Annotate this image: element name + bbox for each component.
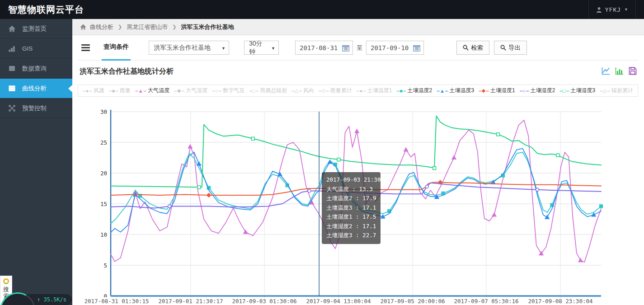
legend-marker-icon: □ <box>252 88 255 94</box>
legend-item-土壤湿度1[interactable]: –◆–土壤湿度1 <box>479 87 515 94</box>
sidebar-item-alert-control[interactable]: 预警控制 <box>0 99 72 118</box>
legend-label: 雨量 <box>120 87 131 94</box>
legend-label: 土壤湿度2 <box>531 87 555 94</box>
legend-line: – <box>144 88 146 94</box>
sidebar-item-curve-analysis[interactable]: 曲线分析 <box>0 79 72 99</box>
legend-item-简易总辐射[interactable]: –□–简易总辐射 <box>249 87 287 94</box>
legend-item-土壤温度3[interactable]: –▲–土壤温度3 <box>437 87 474 94</box>
legend-item-辐射累计[interactable]: –△–辐射累计 <box>600 87 633 94</box>
menu-toggle-icon[interactable] <box>81 43 90 52</box>
legend-item-雨量[interactable]: –■–雨量 <box>109 87 131 94</box>
user-menu[interactable]: YFKJ ▼ <box>588 0 636 19</box>
legend-label: 风向 <box>303 87 314 94</box>
calendar-icon <box>413 45 420 52</box>
legend-line: – <box>559 88 562 94</box>
chart-legend: –●–风速–■–雨量–▲–大气温度–◆–大气湿度–○–数字气压–□–简易总辐射–… <box>78 84 638 97</box>
date-from-input[interactable]: 2017-08-31 <box>295 41 353 55</box>
legend-label: 辐射累计 <box>611 87 633 94</box>
sidebar-item-monitor-home[interactable]: 监测首页 <box>0 19 72 39</box>
legend-line: – <box>357 88 359 94</box>
legend-line: – <box>218 88 221 94</box>
chart-actions <box>602 67 637 77</box>
inbox-icon <box>9 65 15 72</box>
legend-line: – <box>566 88 569 94</box>
legend-item-风速[interactable]: –●–风速 <box>83 87 104 94</box>
search-icon <box>463 45 469 51</box>
series-大气温度 <box>111 120 601 262</box>
legend-item-土壤湿度3[interactable]: –□–土壤湿度3 <box>559 87 595 94</box>
legend-marker-icon: ▲ <box>440 88 445 94</box>
series-土壤湿度1 <box>111 182 601 195</box>
legend-marker-icon: ○ <box>522 88 526 94</box>
legend-line: – <box>83 88 85 94</box>
series-土壤温度2 <box>111 152 601 224</box>
legend-marker-icon: △ <box>295 88 298 94</box>
legend-line: – <box>326 88 329 94</box>
legend-item-土壤湿度2[interactable]: –○–土壤湿度2 <box>520 87 555 94</box>
sidebar-item-label: 监测首页 <box>22 25 47 33</box>
calendar-icon <box>342 45 349 52</box>
chevron-down-icon: ▼ <box>624 7 628 12</box>
legend-line: – <box>249 88 252 94</box>
svg-text:25: 25 <box>100 139 107 146</box>
legend-label: 土壤湿度1 <box>490 87 515 94</box>
legend-line: – <box>109 88 112 94</box>
legend-label: 土壤温度1 <box>367 87 392 94</box>
legend-line: – <box>181 88 184 94</box>
save-icon[interactable] <box>629 67 637 77</box>
sidebar-item-gis[interactable]: GIS <box>0 39 72 59</box>
legend-label: 风速 <box>94 87 104 94</box>
home-icon <box>80 24 86 30</box>
chevron-right-icon: ❯ <box>118 24 122 30</box>
x-axis-label: 2017-09-08 23:30:04 <box>528 298 593 305</box>
legend-item-数字气压[interactable]: –○–数字气压 <box>212 87 244 94</box>
legend-item-大气温度[interactable]: –▲–大气温度 <box>135 87 169 94</box>
legend-line: – <box>437 88 439 94</box>
legend-line: – <box>526 88 529 94</box>
legend-line: – <box>174 88 177 94</box>
search-button[interactable]: 检索 <box>456 41 489 55</box>
sidebar-item-label: GIS <box>22 45 33 52</box>
x-axis-label: 2017-08-31 01:30:15 <box>85 298 149 305</box>
sidebar-item-label: 曲线分析 <box>22 84 47 93</box>
legend-line: – <box>403 88 406 94</box>
svg-text:0: 0 <box>103 293 107 298</box>
breadcrumb-current: 洪军玉米合作社基地 <box>181 23 234 31</box>
station-select[interactable]: 洪军玉米合作社基地 ▼ <box>149 41 229 55</box>
line-chart-plot[interactable]: 051015202530 <box>72 106 608 297</box>
legend-label: 大气湿度 <box>186 87 207 94</box>
breadcrumb-item[interactable]: 黑龙江省密山市 <box>127 23 168 31</box>
legend-marker-icon: ◆ <box>177 88 181 94</box>
legend-label: 土壤湿度3 <box>570 87 595 94</box>
legend-item-土壤温度1[interactable]: –●–土壤温度1 <box>357 87 392 94</box>
active-item-arrow <box>68 85 72 92</box>
app-title: 智慧物联网云平台 <box>8 0 84 19</box>
signal-bars-icon <box>9 45 15 52</box>
legend-line: – <box>397 88 400 94</box>
x-axis-labels: 2017-08-31 01:30:152017-09-01 21:30:1720… <box>72 298 608 305</box>
legend-marker-icon: ● <box>359 88 362 94</box>
arrows-cross-icon <box>9 105 15 112</box>
x-axis-label: 2017-09-01 21:30:17 <box>159 298 223 305</box>
legend-marker-icon: ○ <box>215 88 218 94</box>
breadcrumb-item[interactable]: 曲线分析 <box>90 23 113 31</box>
legend-item-雨量累计[interactable]: –◇–雨量累计 <box>319 87 352 94</box>
line-chart-icon[interactable] <box>602 67 610 77</box>
home-icon <box>9 25 15 32</box>
sidebar-item-data-query[interactable]: 数据查询 <box>0 59 72 79</box>
legend-line: – <box>319 88 321 94</box>
legend-item-风向[interactable]: –△–风向 <box>291 87 314 94</box>
date-to-input[interactable]: 2017-09-10 <box>366 41 424 55</box>
export-button-label: 导出 <box>508 44 521 52</box>
username: YFKJ <box>605 6 621 13</box>
legend-line: – <box>363 88 366 94</box>
bar-chart-icon[interactable] <box>615 67 624 77</box>
interval-select[interactable]: 30分钟 ▼ <box>244 41 279 55</box>
export-button[interactable]: 导出 <box>494 41 527 55</box>
x-axis-label: 2017-09-05 20:00:06 <box>381 298 445 305</box>
svg-text:5: 5 <box>103 262 107 269</box>
legend-item-土壤温度2[interactable]: –■–土壤温度2 <box>397 87 432 94</box>
x-axis-label: 2017-09-04 13:00:04 <box>306 298 371 305</box>
legend-item-大气湿度[interactable]: –◆–大气湿度 <box>174 87 207 94</box>
tab-query-conditions[interactable]: 查询条件 <box>102 35 131 61</box>
